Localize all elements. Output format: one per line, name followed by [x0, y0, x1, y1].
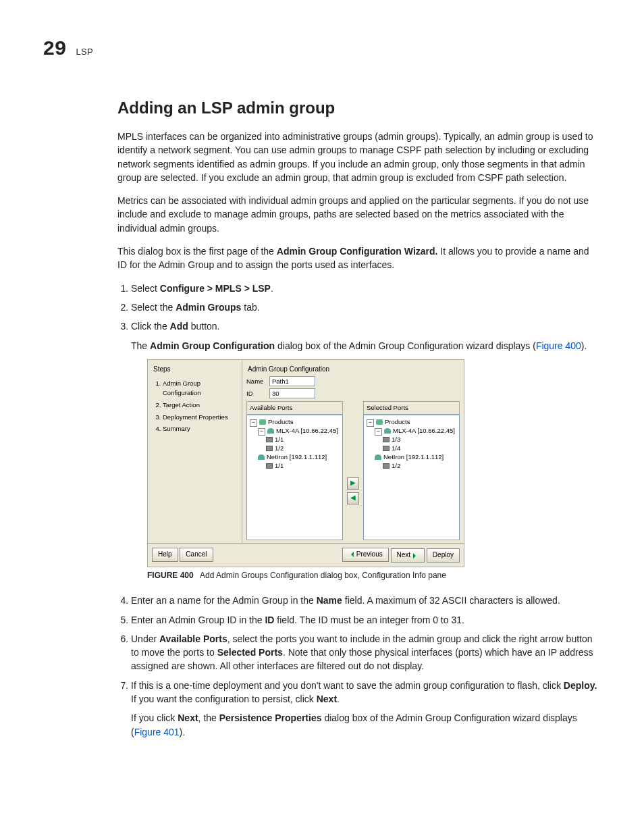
wizard-step-2[interactable]: Target Action [163, 400, 238, 410]
procedure-list: Select Configure > MPLS > LSP. Select th… [117, 282, 601, 739]
wizard-step-list: Admin Group Configuration Target Action … [152, 379, 238, 434]
device-icon [375, 454, 381, 460]
steps-title: Steps [152, 363, 238, 377]
help-button[interactable]: Help [152, 548, 178, 562]
page-header: 29 LSP [43, 36, 601, 59]
figure-400-link[interactable]: Figure 400 [536, 340, 581, 351]
config-pane: Admin Group Configuration Name ID [242, 360, 464, 543]
section-label: LSP [76, 47, 92, 57]
step-5: Enter an Admin Group ID in the ID field.… [131, 613, 601, 627]
wizard-steps-pane: Steps Admin Group Configuration Target A… [148, 360, 242, 543]
port-icon [383, 437, 390, 442]
port-icon [383, 446, 390, 451]
selected-ports-tree[interactable]: −Products −MLX-4A [10.66.22.45] 1/3 1/4 … [363, 415, 460, 540]
device-icon [267, 428, 274, 434]
port-icon [266, 446, 273, 451]
step-7-result: If you click Next, the Persistence Prope… [131, 711, 601, 739]
next-button[interactable]: Next [391, 548, 425, 563]
id-label: ID [246, 389, 265, 398]
cancel-button[interactable]: Cancel [180, 548, 213, 562]
step-3-result: The Admin Group Configuration dialog box… [131, 339, 601, 353]
admin-group-dialog: Steps Admin Group Configuration Target A… [147, 359, 464, 567]
move-right-button[interactable]: ▶ [347, 477, 359, 490]
wizard-step-1[interactable]: Admin Group Configuration [163, 379, 238, 398]
figure-400-caption: FIGURE 400 Add Admin Groups Configuratio… [147, 570, 601, 581]
deploy-button[interactable]: Deploy [427, 548, 460, 563]
paragraph-1: MPLS interfaces can be organized into ad… [117, 130, 601, 184]
step-3: Click the Add button. The Admin Group Co… [131, 319, 601, 581]
paragraph-3: This dialog box is the first page of the… [117, 244, 601, 272]
selected-ports-header: Selected Ports [363, 401, 460, 415]
figure-401-link[interactable]: Figure 401 [134, 727, 180, 737]
chapter-number: 29 [43, 36, 66, 59]
available-ports-tree[interactable]: −Products −MLX-4A [10.66.22.45] 1/1 1/2 … [246, 415, 343, 540]
content-area: Adding an LSP admin group MPLS interface… [117, 99, 601, 739]
name-label: Name [246, 377, 265, 386]
available-ports-header: Available Ports [246, 401, 343, 415]
previous-button[interactable]: Previous [342, 548, 389, 562]
step-1: Select Configure > MPLS > LSP. [131, 282, 601, 295]
move-left-button[interactable]: ◀ [347, 492, 359, 504]
step-4: Enter an a name for the Admin Group in t… [131, 594, 601, 607]
id-field[interactable] [269, 388, 315, 398]
wizard-step-4[interactable]: Summary [163, 424, 238, 434]
products-icon [376, 419, 383, 425]
port-icon [383, 463, 390, 469]
document-page: 29 LSP Adding an LSP admin group MPLS in… [0, 0, 644, 834]
triangle-left-icon [348, 552, 354, 557]
heading: Adding an LSP admin group [117, 99, 601, 118]
name-field[interactable] [269, 376, 315, 386]
step-6: Under Available Ports, select the ports … [131, 632, 601, 673]
products-icon [259, 419, 266, 425]
config-title: Admin Group Configuration [246, 363, 460, 377]
device-icon [384, 428, 391, 434]
step-2: Select the Admin Groups tab. [131, 301, 601, 314]
wizard-step-3[interactable]: Deployment Properties [163, 413, 238, 422]
port-icon [266, 437, 273, 442]
step-7: If this is a one-time deployment and you… [131, 679, 601, 739]
triangle-right-icon [413, 553, 419, 558]
paragraph-2: Metrics can be associated with individua… [117, 194, 601, 235]
port-icon [266, 463, 273, 469]
device-icon [258, 454, 265, 460]
